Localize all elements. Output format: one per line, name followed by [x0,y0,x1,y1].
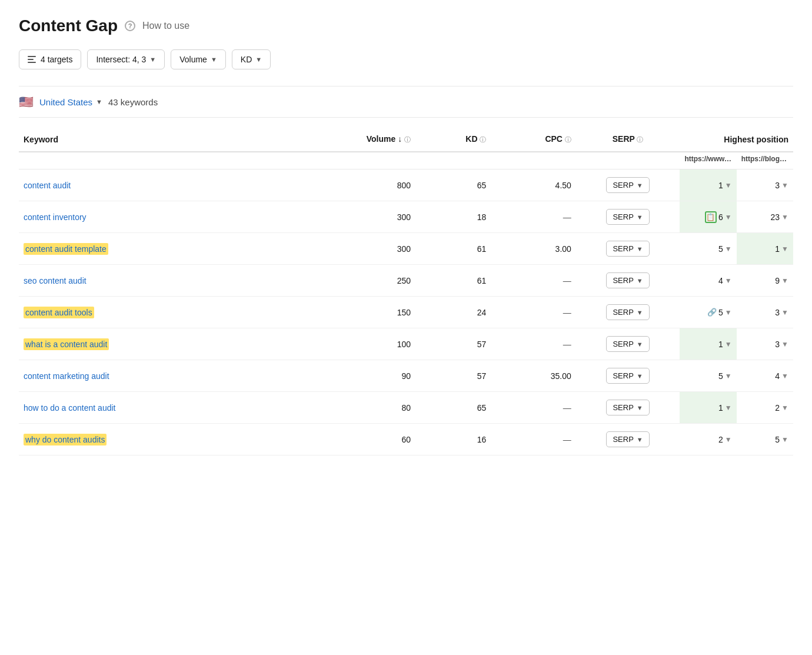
info-icon: ⓘ [637,136,643,143]
serp-label: SERP [613,308,633,317]
serp-button[interactable]: SERP ▼ [606,368,649,384]
keyword-highlighted: what is a content audit [24,338,109,350]
position1-value[interactable]: 5▼ [718,244,732,254]
col-header-keyword: Keyword [19,128,312,152]
intersect-dropdown[interactable]: Intersect: 4, 3 ▼ [87,49,165,69]
keyword-highlighted: content audit template [24,243,108,255]
country-row: 🇺🇸 United States ▼ 43 keywords [19,86,793,118]
keyword-cell: content audit template [19,233,312,265]
position2-value[interactable]: 4▼ [775,371,788,381]
position2-value[interactable]: 2▼ [775,403,788,413]
chevron-down-icon: ▼ [211,56,217,63]
keyword-cell: content marketing audit [19,360,312,392]
position1-value[interactable]: 🔗5▼ [707,308,732,317]
serp-button[interactable]: SERP ▼ [606,400,649,415]
table-header-row: Keyword Volume ↓ ⓘ KD ⓘ CPC ⓘ SERP ⓘ [19,128,793,152]
serp-button[interactable]: SERP ▼ [606,272,649,288]
keyword-cell: why do content audits [19,424,312,455]
keyword-highlighted: content audit tools [24,307,94,318]
country-selector[interactable]: United States ▼ [39,97,102,107]
keyword-link[interactable]: content audit template [24,243,108,255]
position2-value[interactable]: 1▼ [775,244,788,254]
keyword-link[interactable]: why do content audits [24,434,107,445]
dash-icon: — [563,403,571,413]
serp-label: SERP [613,276,633,285]
keyword-link[interactable]: content inventory [24,212,86,222]
chevron-down-icon: ▼ [637,404,643,411]
col-header-kd[interactable]: KD ⓘ [415,128,491,152]
table-row: content audit800654.50SERP ▼1▼3▼ [19,169,793,201]
info-icon: ⓘ [565,136,571,143]
keyword-link[interactable]: content audit [24,181,71,190]
keyword-link[interactable]: content marketing audit [24,371,109,381]
dash-icon: — [563,340,571,349]
serp-cell: SERP ▼ [576,297,680,328]
position2-value[interactable]: 3▼ [775,340,788,349]
arrow-down-icon: ▼ [725,245,732,253]
serp-button[interactable]: SERP ▼ [606,304,649,320]
serp-button[interactable]: SERP ▼ [606,431,649,447]
position1-cell: 5▼ [680,360,736,392]
position1-cell: 1▼ [680,169,736,201]
chevron-down-icon: ▼ [637,436,643,443]
keyword-cell: content audit [19,169,312,201]
table-row: why do content audits6016—SERP ▼2▼5▼ [19,424,793,455]
table-subheader-row: https://www.s... https://blog.h... [19,152,793,169]
cpc-cell: — [491,328,575,360]
position2-cell: 23▼ [737,201,793,233]
info-icon: ⓘ [480,136,486,143]
serp-button[interactable]: SERP ▼ [606,177,649,193]
col-header-cpc[interactable]: CPC ⓘ [491,128,575,152]
toolbar: 4 targets Intersect: 4, 3 ▼ Volume ▼ KD … [19,49,793,69]
position1-cell: 1▼ [680,392,736,424]
targets-filter-button[interactable]: 4 targets [19,49,81,69]
serp-label: SERP [613,340,633,348]
keyword-cell: seo content audit [19,265,312,297]
position2-value[interactable]: 5▼ [775,435,788,444]
volume-cell: 80 [312,392,416,424]
position1-value[interactable]: 1▼ [718,403,732,413]
volume-dropdown[interactable]: Volume ▼ [171,49,226,69]
country-flag: 🇺🇸 [19,95,34,109]
serp-cell: SERP ▼ [576,392,680,424]
cpc-cell: — [491,201,575,233]
kd-dropdown[interactable]: KD ▼ [232,49,271,69]
position2-value[interactable]: 3▼ [775,308,788,317]
serp-label: SERP [613,371,633,380]
position1-value[interactable]: 4▼ [718,276,732,285]
position1-value[interactable]: 1▼ [718,340,732,349]
cpc-cell: — [491,392,575,424]
featured-icon: 📋 [705,211,717,223]
position2-cell: 3▼ [737,169,793,201]
position1-value[interactable]: 2▼ [718,435,732,444]
how-to-use-link[interactable]: How to use [142,21,189,31]
arrow-down-icon: ▼ [781,245,788,253]
position2-value[interactable]: 23▼ [771,212,788,222]
keyword-link[interactable]: how to do a content audit [24,403,115,413]
chevron-down-icon: ▼ [637,214,643,221]
table-row: content inventory30018—SERP ▼📋6▼23▼ [19,201,793,233]
chevron-down-icon: ▼ [637,309,643,316]
help-icon[interactable]: ? [125,21,135,31]
serp-button[interactable]: SERP ▼ [606,336,649,352]
col-header-volume[interactable]: Volume ↓ ⓘ [312,128,416,152]
cpc-cell: — [491,265,575,297]
serp-label: SERP [613,244,633,253]
position2-value[interactable]: 3▼ [775,181,788,190]
volume-cell: 250 [312,265,416,297]
keyword-link[interactable]: seo content audit [24,276,86,285]
position1-value[interactable]: 1▼ [718,181,732,190]
position1-value[interactable]: 📋6▼ [705,211,732,223]
col-header-serp[interactable]: SERP ⓘ [576,128,680,152]
serp-button[interactable]: SERP ▼ [606,241,649,257]
position1-value[interactable]: 5▼ [718,371,732,381]
position2-value[interactable]: 9▼ [775,276,788,285]
dash-icon: — [563,276,571,285]
arrow-down-icon: ▼ [781,340,788,348]
serp-label: SERP [613,435,633,444]
cpc-cell: — [491,297,575,328]
keyword-link[interactable]: what is a content audit [24,338,109,350]
serp-button[interactable]: SERP ▼ [606,209,649,225]
serp-cell: SERP ▼ [576,201,680,233]
keyword-link[interactable]: content audit tools [24,307,94,318]
